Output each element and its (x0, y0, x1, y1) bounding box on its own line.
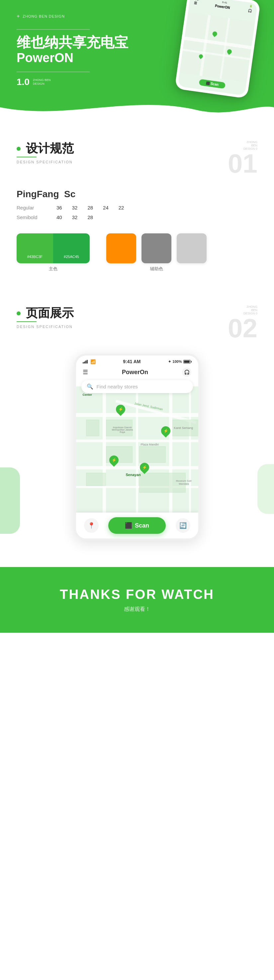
aux-swatch-light (177, 233, 207, 263)
section-number-group: ZHONGBENDESIGN 0 01 (228, 140, 257, 176)
deco-right (257, 464, 274, 514)
status-time: 9:41 AM (123, 359, 140, 364)
primary-color-group: #43BC3F #25AC45 主色 (17, 233, 90, 272)
map-label-senayan: Senayan (126, 473, 141, 477)
refresh-button[interactable]: 🔄 (176, 518, 190, 533)
primary1-hex: #43BC3F (27, 253, 43, 261)
section-title-en: DESIGN SPECIFICATION (17, 160, 74, 164)
bottom-bar: 📍 ⬛ Scan 🔄 (76, 512, 198, 538)
design-spec-section: 设计规范 DESIGN SPECIFICATION ZHONGBENDESIGN… (0, 121, 274, 285)
brand-name: ZHONG BEN DESIGN (22, 14, 65, 18)
aux-color-group: 辅助色 (106, 233, 207, 272)
map-label-police: Kepolisian Daerah Metropolitan Jakarta R… (109, 426, 136, 433)
showcase-title-en: DESIGN SPECIFICATION (17, 325, 74, 329)
hero-divider-top (17, 29, 90, 30)
mobile-frame-container: 📶 9:41 AM ✦ 100% ☰ PowerOn (17, 353, 257, 541)
font-family-row: PingFang Sc (17, 189, 257, 199)
search-placeholder: Find nearby stores (97, 384, 138, 390)
primary-label: 主色 (17, 266, 90, 272)
thanks-subtitle: 感谢观看！ (13, 606, 261, 613)
version-number: 1.0 (17, 77, 30, 88)
map-label-center: Center (83, 393, 92, 396)
headphone-button[interactable]: 🎧 (182, 368, 191, 377)
signal-group: 📶 (83, 359, 96, 364)
search-bar[interactable]: 🔍 Find nearby stores (81, 380, 193, 393)
deco-left (0, 468, 20, 534)
battery-percent: 100% (172, 360, 182, 364)
scan-icon: ⬛ (125, 522, 132, 529)
map-area: Center Kepolisian Daerah Metropolitan Ja… (76, 387, 198, 512)
showcase-title-cn: 页面展示 (26, 305, 74, 321)
green-dot-icon (17, 147, 21, 151)
hero-section: + ZHONG BEN DESIGN 维也纳共享充电宝 PowerON 1.0 … (0, 0, 274, 121)
location-button[interactable]: 📍 (84, 518, 99, 533)
app-title: PowerOn (122, 369, 148, 376)
mobile-frame: 📶 9:41 AM ✦ 100% ☰ PowerOn (74, 353, 200, 541)
map-marker-1 (116, 405, 125, 414)
version-label: ZHONG BEN DESIGN (33, 78, 51, 86)
status-bar: 📶 9:41 AM ✦ 100% (76, 356, 198, 366)
hero-divider-bottom (17, 72, 90, 72)
plus-icon: + (17, 13, 20, 19)
semibold-sizes: 40 32 28 (56, 215, 93, 220)
showcase-header: 页面展示 DESIGN SPECIFICATION ZHONGBENDESIGN… (17, 305, 257, 340)
app-navbar: ☰ PowerOn 🎧 (76, 366, 198, 380)
thanks-title: THANKS FOR WATCH (13, 587, 261, 602)
map-marker-4 (140, 463, 149, 472)
section-divider (17, 157, 37, 158)
bluetooth-icon: ✦ (168, 360, 171, 364)
map-label-karet: Karet Semang (174, 426, 193, 430)
showcase-number-group: ZHONGBENDESIGN 0 02 (228, 305, 257, 340)
battery-icon (183, 360, 192, 364)
battery-group: ✦ 100% (168, 360, 191, 364)
search-icon: 🔍 (87, 383, 93, 390)
hamburger-icon[interactable]: ☰ (83, 369, 88, 376)
regular-sizes: 36 32 28 24 22 (56, 205, 124, 210)
signal-bars-icon (83, 360, 88, 364)
aux-label: 辅助色 (106, 266, 207, 272)
aux-swatches (106, 233, 207, 263)
section-title-cn: 设计规范 (26, 140, 74, 157)
scan-button[interactable]: ⬛ Scan (108, 517, 166, 534)
regular-row: Regular 36 32 28 24 22 (17, 205, 257, 210)
showcase-divider (17, 321, 37, 322)
section-header: 设计规范 DESIGN SPECIFICATION ZHONGBENDESIGN… (17, 140, 257, 176)
thanks-section: THANKS FOR WATCH 感谢观看！ (0, 567, 274, 633)
aux-swatch-orange (106, 233, 136, 263)
section-number: 01 (228, 152, 257, 176)
scan-label: Scan (135, 522, 149, 529)
map-label-plaza: Plaza Mandiri (141, 443, 159, 446)
showcase-number: 02 (228, 317, 257, 340)
hero-phone-mockup: ▐▐ ⟩ 9:41 🔋 ☰ PowerON 🎧 (175, 0, 274, 100)
font-spec: PingFang Sc Regular 36 32 28 24 22 Semib… (17, 189, 257, 220)
hero-wave (0, 94, 274, 121)
semibold-row: Semibold 40 32 28 (17, 215, 257, 220)
showcase-section: 页面展示 DESIGN SPECIFICATION ZHONGBENDESIGN… (0, 285, 274, 567)
primary2-hex: #25AC45 (64, 253, 79, 261)
wifi-icon: 📶 (90, 359, 96, 364)
primary-swatch-double: #43BC3F #25AC45 (17, 233, 90, 263)
map-label-museum: Museum Satr Mandala (171, 479, 197, 485)
color-palette: #43BC3F #25AC45 主色 辅助色 (17, 233, 257, 272)
map-marker-3 (109, 455, 119, 465)
map-marker-2 (161, 426, 170, 436)
aux-swatch-gray (142, 233, 171, 263)
showcase-green-dot (17, 312, 21, 315)
